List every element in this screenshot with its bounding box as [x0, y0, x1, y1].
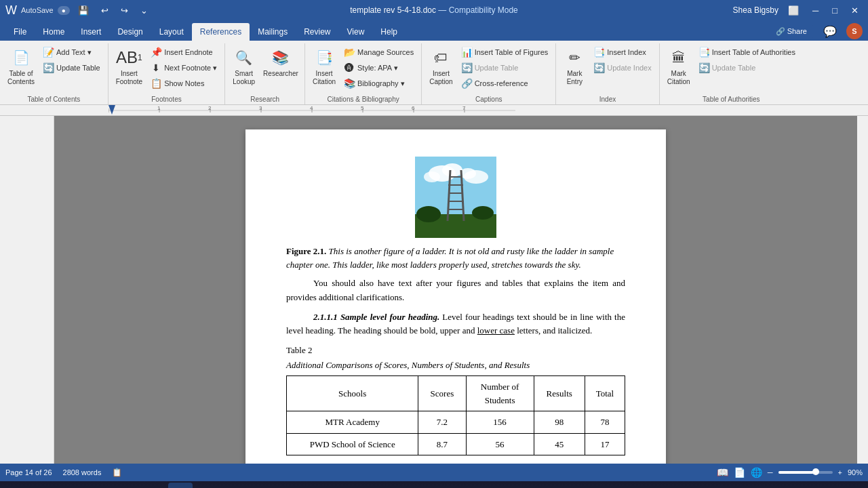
- insert-caption-btn[interactable]: 🏷 InsertCaption: [426, 45, 456, 88]
- table-of-contents-btn[interactable]: 📄 Table ofContents: [4, 45, 38, 88]
- cell-school2: PWD School of Science: [287, 433, 418, 455]
- group-authorities: 🏛 MarkCitation 📑 Insert Table of Authori…: [660, 43, 803, 104]
- document-page: Figure 2.1. This is another figure of a …: [245, 129, 666, 464]
- toc-icon: 📄: [10, 47, 32, 68]
- insert-table-authorities-btn[interactable]: 📑 Insert Table of Authorities: [695, 45, 799, 60]
- web-layout-btn[interactable]: 🌐: [751, 467, 762, 478]
- save-button[interactable]: 💾: [74, 4, 93, 17]
- insert-caption-icon: 🏷: [430, 47, 452, 68]
- autosave-label: AutoSave: [21, 6, 54, 14]
- word-count[interactable]: 2808 words: [63, 468, 102, 476]
- user-avatar: S: [846, 23, 863, 39]
- show-notes-icon: 📋: [151, 78, 161, 89]
- zoom-level[interactable]: 90%: [848, 468, 863, 476]
- citations-group-content: 📑 InsertCitation 📂 Manage Sources 🅐 Styl…: [309, 45, 417, 103]
- autosave-toggle[interactable]: ●: [58, 6, 70, 15]
- chrome-btn[interactable]: ◎: [141, 483, 165, 488]
- zoom-minus[interactable]: ─: [768, 468, 773, 476]
- read-mode-btn[interactable]: 📖: [717, 467, 728, 478]
- tab-review[interactable]: Review: [296, 23, 338, 41]
- smart-lookup-icon: 🔍: [233, 47, 255, 68]
- figure-caption: Figure 2.1. This is another figure of a …: [286, 245, 625, 271]
- cell-students1: 156: [466, 411, 534, 434]
- tab-design[interactable]: Design: [109, 23, 151, 41]
- style-btn[interactable]: 🅐 Style: APA ▾: [340, 60, 417, 75]
- body-para1: You should also have text after your fig…: [286, 277, 625, 305]
- update-table-toc-btn[interactable]: 🔄 Update Table: [39, 60, 104, 75]
- cross-reference-btn[interactable]: 🔗 Cross-reference: [458, 76, 552, 91]
- insert-index-btn[interactable]: 📑 Insert Index: [590, 45, 654, 60]
- tab-references[interactable]: References: [192, 23, 250, 41]
- search-btn[interactable]: 🔍: [33, 483, 57, 488]
- update-index-btn[interactable]: 🔄 Update Index: [590, 60, 654, 75]
- update-table-authorities-btn[interactable]: 🔄 Update Table: [695, 60, 799, 75]
- excel-btn[interactable]: X: [195, 483, 220, 488]
- citations-small-btns: 📂 Manage Sources 🅐 Style: APA ▾ 📚 Biblio…: [340, 45, 417, 91]
- add-text-btn[interactable]: 📝 Add Text ▾: [39, 45, 104, 60]
- next-footnote-btn[interactable]: ⬇ Next Footnote ▾: [147, 60, 220, 75]
- zoom-slider[interactable]: [778, 471, 833, 474]
- close-btn[interactable]: ✕: [847, 4, 863, 17]
- update-table-captions-btn[interactable]: 🔄 Update Table: [458, 60, 552, 75]
- tab-home[interactable]: Home: [35, 23, 73, 41]
- insert-index-icon: 📑: [593, 47, 604, 58]
- cell-total2: 17: [585, 433, 625, 455]
- customize-qat[interactable]: ⌄: [136, 4, 152, 17]
- mark-entry-btn[interactable]: ✏ MarkEntry: [560, 45, 589, 88]
- tab-layout[interactable]: Layout: [151, 23, 192, 41]
- manage-sources-btn[interactable]: 📂 Manage Sources: [340, 45, 417, 60]
- insert-table-figures-icon: 📊: [461, 47, 472, 58]
- minimize-btn[interactable]: ─: [808, 4, 823, 17]
- table-caption: Additional Comparisons of Scores, Number…: [286, 359, 625, 372]
- maximize-btn[interactable]: □: [828, 4, 842, 17]
- doc-sidebar-right: [857, 116, 868, 464]
- insert-table-figures-btn[interactable]: 📊 Insert Table of Figures: [458, 45, 552, 60]
- skype-btn[interactable]: S: [222, 483, 247, 488]
- tab-view[interactable]: View: [339, 23, 373, 41]
- show-notes-btn[interactable]: 📋 Show Notes: [147, 76, 220, 91]
- group-captions: 🏷 InsertCaption 📊 Insert Table of Figure…: [422, 43, 556, 104]
- smart-lookup-btn[interactable]: 🔍 SmartLookup: [229, 45, 258, 88]
- comments-btn[interactable]: 💬: [819, 24, 841, 39]
- word-taskbar-btn[interactable]: W: [168, 483, 193, 488]
- group-index: ✏ MarkEntry 📑 Insert Index 🔄 Update Inde…: [556, 43, 659, 104]
- tab-insert[interactable]: Insert: [73, 23, 109, 41]
- insert-footnote-btn[interactable]: AB1 InsertFootnote: [113, 45, 146, 88]
- group-research: 🔍 SmartLookup 📚 Researcher Research: [225, 43, 305, 104]
- insert-citation-btn[interactable]: 📑 InsertCitation: [309, 45, 339, 88]
- cell-results2: 45: [534, 433, 585, 455]
- task-view-btn[interactable]: ⧉: [60, 483, 84, 488]
- research-group-label: Research: [225, 96, 304, 103]
- undo-button[interactable]: ↩: [97, 4, 113, 17]
- ribbon-display-btn[interactable]: ⬜: [784, 4, 803, 17]
- share-button[interactable]: 🔗 Share: [769, 25, 814, 38]
- edge-btn[interactable]: 🌐: [87, 483, 111, 488]
- authorities-group-content: 🏛 MarkCitation 📑 Insert Table of Authori…: [664, 45, 799, 103]
- zoom-plus[interactable]: +: [838, 468, 842, 476]
- redo-button[interactable]: ↪: [117, 4, 132, 17]
- captions-group-label: Captions: [422, 96, 555, 103]
- group-footnotes: AB1 InsertFootnote 📌 Insert Endnote ⬇ Ne…: [108, 43, 226, 104]
- group-citations: 📑 InsertCitation 📂 Manage Sources 🅐 Styl…: [305, 43, 422, 104]
- proofing-icon[interactable]: 📋: [112, 468, 122, 477]
- svg-text:3: 3: [259, 106, 262, 111]
- tab-file[interactable]: File: [5, 23, 35, 41]
- status-left: Page 14 of 26 2808 words 📋: [5, 468, 122, 477]
- doc-main[interactable]: Figure 2.1. This is another figure of a …: [54, 116, 857, 464]
- tab-help[interactable]: Help: [372, 23, 406, 41]
- title-bar: W AutoSave ● 💾 ↩ ↪ ⌄ template rev 5-4-18…: [0, 0, 868, 20]
- page-indicator[interactable]: Page 14 of 26: [5, 468, 52, 476]
- researcher-btn[interactable]: 📚 Researcher: [260, 45, 300, 80]
- insert-endnote-btn[interactable]: 📌 Insert Endnote: [147, 45, 220, 60]
- insert-footnote-icon: AB1: [118, 47, 140, 68]
- mark-citation-btn[interactable]: 🏛 MarkCitation: [664, 45, 694, 88]
- document-title: template rev 5-4-18.doc — Compatibility …: [350, 5, 517, 15]
- print-layout-btn[interactable]: 📄: [734, 467, 745, 478]
- tab-mailings[interactable]: Mailings: [250, 23, 296, 41]
- footnotes-group-content: AB1 InsertFootnote 📌 Insert Endnote ⬇ Ne…: [113, 45, 221, 103]
- file-explorer-btn[interactable]: 📁: [114, 483, 138, 488]
- doc-sidebar-left: [0, 116, 54, 464]
- bibliography-btn[interactable]: 📚 Bibliography ▾: [340, 76, 417, 91]
- next-footnote-icon: ⬇: [151, 62, 161, 73]
- start-button[interactable]: [3, 483, 30, 488]
